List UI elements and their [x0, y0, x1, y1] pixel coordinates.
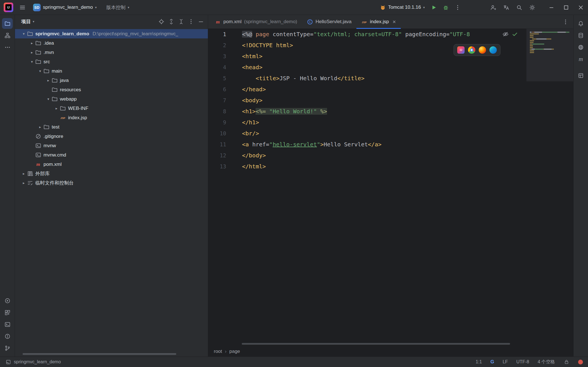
tree-item-test[interactable]: ▸test [15, 122, 208, 132]
chevron-down-icon[interactable]: ▾ [45, 97, 51, 101]
code-line-7[interactable]: 7<body> [208, 95, 573, 106]
chevron-down-icon[interactable]: ▾ [37, 69, 43, 73]
structure-tool-button[interactable] [2, 30, 13, 41]
lock-icon[interactable] [563, 359, 570, 365]
tree-item-webapp[interactable]: ▾webapp [15, 94, 208, 104]
minimize-button[interactable] [544, 0, 559, 15]
run-tool-button[interactable] [2, 295, 13, 306]
chevron-right-icon[interactable]: ▸ [21, 171, 27, 176]
tree-item-.idea[interactable]: ▸.idea [15, 38, 208, 48]
code-line-4[interactable]: 4<head> [208, 62, 573, 73]
code-line-1[interactable]: 1<%@ page contentType="text/html; charse… [208, 29, 573, 40]
file-encoding[interactable]: UTF-8 [516, 359, 529, 364]
tree-item-scratches-and-consoles[interactable]: ▸临时文件和控制台 [15, 178, 208, 188]
hide-panel-button[interactable] [197, 17, 205, 26]
breadcrumb-root[interactable]: root [214, 349, 222, 354]
chevron-right-icon[interactable]: ▸ [29, 41, 35, 45]
minimap[interactable] [526, 29, 573, 81]
chrome-browser-icon[interactable] [468, 46, 475, 54]
breadcrumb-page[interactable]: page [229, 349, 240, 354]
code-line-9[interactable]: 9</h1> [208, 117, 573, 128]
code-line-12[interactable]: 12</body> [208, 150, 573, 161]
chevron-right-icon[interactable]: ▸ [21, 181, 27, 185]
main-menu-button[interactable] [17, 2, 28, 13]
tab-close-icon[interactable]: × [393, 19, 396, 25]
endpoints-tool-button[interactable] [576, 42, 586, 53]
tree-item-external-libraries[interactable]: ▸外部库 [15, 169, 208, 178]
project-tool-button[interactable] [2, 18, 13, 29]
maximize-button[interactable] [559, 0, 573, 15]
project-panel-hscrollbar[interactable] [23, 353, 176, 355]
notifications-button[interactable] [576, 18, 586, 29]
vcs-widget[interactable]: 版本控制 ▾ [103, 2, 132, 13]
chevron-down-icon[interactable]: ▾ [21, 32, 27, 36]
tree-item-mvnw[interactable]: mvnw [15, 141, 208, 150]
chevron-right-icon[interactable]: ▸ [29, 50, 35, 55]
close-button[interactable] [573, 0, 588, 15]
code-line-2[interactable]: 2<!DOCTYPE html> [208, 40, 573, 51]
more-run-actions-button[interactable] [452, 2, 463, 13]
project-panel-title[interactable]: 项目 ▾ [21, 18, 34, 25]
chevron-right-icon[interactable]: ▸ [45, 78, 51, 82]
tree-item-java[interactable]: ▸java [15, 76, 208, 85]
highlighting-eye-icon[interactable] [502, 31, 509, 37]
chevron-right-icon[interactable]: ▸ [37, 125, 43, 129]
maven-tool-button[interactable]: m [576, 54, 586, 64]
tree-item-.gitignore[interactable]: .gitignore [15, 132, 208, 141]
terminal-tool-button[interactable] [2, 319, 13, 330]
problems-tool-button[interactable] [2, 331, 13, 342]
run-button[interactable] [428, 2, 439, 13]
debug-button[interactable] [440, 2, 451, 13]
caret-position[interactable]: 1:1 [476, 359, 482, 364]
tree-item-mvnw.cmd[interactable]: mvnw.cmd [15, 150, 208, 160]
translate-status-icon[interactable]: G [490, 359, 494, 365]
tree-item-pom.xml[interactable]: mpom.xml [15, 160, 208, 169]
git-tool-button[interactable] [2, 343, 13, 353]
tree-item-main[interactable]: ▾main [15, 66, 208, 76]
panel-options-button[interactable] [187, 17, 195, 26]
code-line-10[interactable]: 10<br/> [208, 128, 573, 139]
translate-button[interactable] [500, 2, 512, 13]
idea-browser-icon[interactable]: IJ [457, 46, 465, 54]
inspection-widget[interactable] [502, 31, 518, 37]
editor-tabs-more-button[interactable] [560, 16, 571, 27]
error-indicator-icon[interactable] [578, 360, 583, 364]
code-with-me-button[interactable] [487, 2, 499, 13]
chevron-right-icon[interactable]: ▸ [53, 106, 60, 110]
code-line-6[interactable]: 6</head> [208, 84, 573, 95]
tree-item-resources[interactable]: resources [15, 85, 208, 94]
select-opened-file-button[interactable] [157, 17, 165, 26]
tab-pom.xml[interactable]: mpom.xml(springmvc_learn_demo) [210, 15, 302, 29]
tab-label: HelloServlet.java [315, 19, 352, 25]
collapse-all-button[interactable] [177, 17, 185, 26]
indent-setting[interactable]: 4 个空格 [538, 359, 555, 365]
settings-button[interactable] [526, 2, 538, 13]
tab-index.jsp[interactable]: JSPindex.jsp× [356, 15, 401, 29]
tab-helloservlet.java[interactable]: CHelloServlet.java [302, 15, 356, 29]
code-line-11[interactable]: 11<a href="hello-servlet">Hello Servlet<… [208, 139, 573, 150]
project-widget[interactable]: SD springmvc_learn_demo ▾ [30, 2, 99, 13]
more-tool-windows-button[interactable] [2, 42, 13, 53]
search-everywhere-button[interactable] [513, 2, 525, 13]
expand-all-button[interactable] [167, 17, 175, 26]
dependencies-tool-button[interactable] [576, 70, 586, 81]
line-separator[interactable]: LF [503, 359, 508, 364]
code-line-13[interactable]: 13</html> [208, 161, 573, 172]
window-layout-icon[interactable] [5, 359, 11, 365]
run-config-widget[interactable]: Tomcat 10.1.16 ▾ [377, 2, 428, 12]
code-line-3[interactable]: 3<html> [208, 51, 573, 62]
chevron-down-icon[interactable]: ▾ [29, 60, 35, 64]
tree-item-project-root[interactable]: ▾springmvc_learn_demoD:\project\spring_m… [15, 29, 208, 38]
database-tool-button[interactable] [576, 30, 586, 41]
editor-hscrollbar[interactable] [242, 343, 510, 345]
code-line-5[interactable]: 5 <title>JSP - Hello World</title> [208, 73, 573, 84]
tree-item-src[interactable]: ▾src [15, 57, 208, 66]
services-tool-button[interactable] [2, 307, 13, 318]
tree-item-index.jsp[interactable]: JSPindex.jsp [15, 113, 208, 122]
firefox-browser-icon[interactable] [479, 46, 486, 54]
edge-browser-icon[interactable] [489, 46, 497, 54]
line-number: 5 [208, 73, 242, 84]
tree-item-web-inf[interactable]: ▸WEB-INF [15, 104, 208, 113]
code-line-8[interactable]: 8<h1><%= "Hello World!" %> [208, 106, 573, 117]
tree-item-.mvn[interactable]: ▸.mvn [15, 48, 208, 57]
